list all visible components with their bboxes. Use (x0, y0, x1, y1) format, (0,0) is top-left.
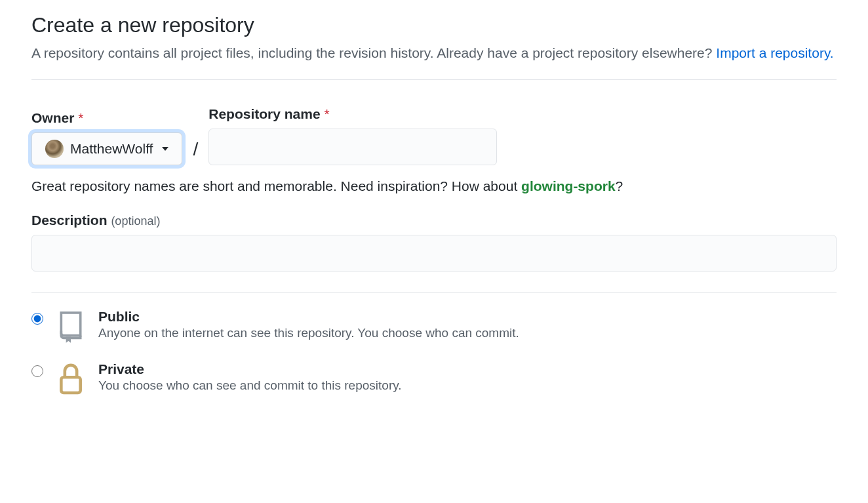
optional-label: (optional) (111, 214, 160, 228)
chevron-down-icon (162, 147, 168, 151)
divider (31, 292, 837, 293)
owner-name-row: Owner * MatthewWolff / Repository name * (31, 106, 837, 165)
avatar (45, 140, 64, 158)
suggestion-link[interactable]: glowing-spork (521, 178, 616, 193)
visibility-public-option: Public Anyone on the internet can see th… (31, 309, 837, 343)
owner-selected: MatthewWolff (70, 141, 153, 157)
repo-name-input[interactable] (208, 129, 497, 165)
public-desc: Anyone on the internet can see this repo… (98, 326, 519, 340)
repo-name-field-group: Repository name * (208, 106, 497, 165)
public-radio[interactable] (31, 313, 43, 325)
description-input[interactable] (31, 235, 837, 272)
import-repository-link[interactable]: Import a repository. (716, 45, 833, 60)
page-subtitle: A repository contains all project files,… (31, 43, 837, 64)
description-label: Description (optional) (31, 212, 837, 228)
visibility-private-option: Private You choose who can see and commi… (31, 361, 837, 395)
repo-name-help: Great repository names are short and mem… (31, 178, 837, 194)
private-desc: You choose who can see and commit to thi… (98, 378, 402, 393)
page-title: Create a new repository (31, 13, 837, 37)
repo-icon (56, 309, 85, 343)
lock-icon (56, 361, 85, 395)
public-title: Public (98, 309, 519, 325)
subtitle-text: A repository contains all project files,… (31, 45, 716, 60)
private-option-text: Private You choose who can see and commi… (98, 361, 402, 393)
public-option-text: Public Anyone on the internet can see th… (98, 309, 519, 340)
divider (31, 79, 837, 80)
owner-dropdown[interactable]: MatthewWolff (31, 132, 182, 165)
svg-rect-0 (61, 377, 80, 393)
slash-separator: / (190, 139, 201, 165)
private-title: Private (98, 361, 402, 377)
owner-label: Owner * (31, 110, 182, 126)
required-asterisk: * (324, 106, 329, 121)
owner-field-group: Owner * MatthewWolff (31, 110, 182, 165)
private-radio[interactable] (31, 365, 43, 377)
required-asterisk: * (78, 110, 83, 125)
repo-name-label: Repository name * (208, 106, 497, 122)
